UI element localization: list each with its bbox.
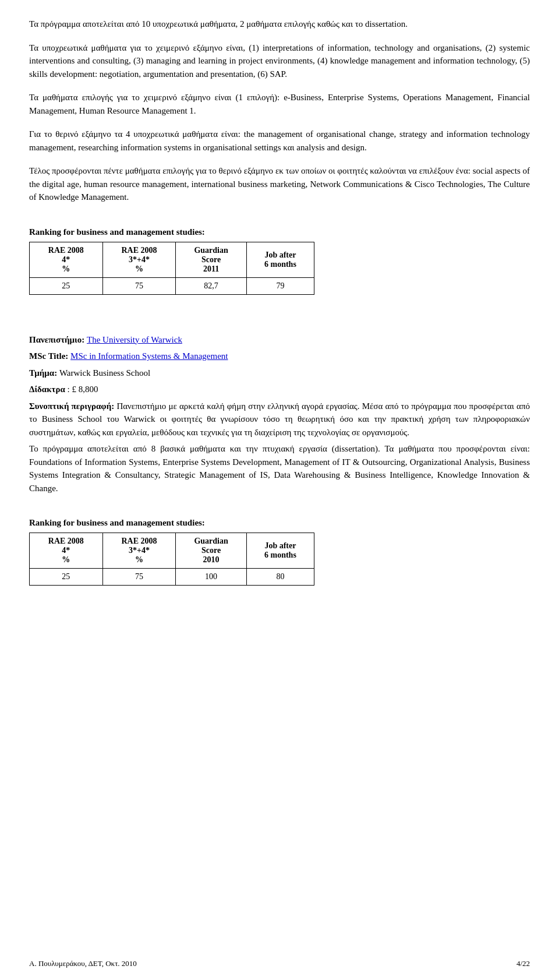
synoptiki-line: Συνοπτική περιγραφή: Πανεπιστήμιο με αρκ…: [29, 400, 530, 439]
ranking1-data-row: 25 75 82,7 79: [30, 277, 314, 294]
ranking1-table: RAE 20084*% RAE 20083*+4*% GuardianScore…: [29, 242, 314, 295]
ranking2-col1-header: RAE 20084*%: [30, 533, 103, 569]
msc-label: MSc Title:: [29, 351, 68, 361]
university-section: Πανεπιστήμιο: The University of Warwick …: [29, 333, 530, 495]
intro-para5: Τέλος προσφέρονται πέντε μαθήματα επιλογ…: [29, 164, 530, 204]
ranking2-col3-header: GuardianScore2010: [176, 533, 247, 569]
ranking1-col2-header: RAE 20083*+4*%: [102, 242, 176, 277]
msc-name-link[interactable]: MSc in Information Systems & Management: [70, 351, 228, 361]
didaktra-val: £ 8,800: [72, 385, 98, 394]
ranking1-header-row: RAE 20084*% RAE 20083*+4*% GuardianScore…: [30, 242, 314, 277]
ranking1-guardian-val: 82,7: [176, 277, 247, 294]
uni-name-link[interactable]: The University of Warwick: [87, 335, 182, 344]
university-name-line: Πανεπιστήμιο: The University of Warwick: [29, 333, 530, 347]
ranking2-rae34-val: 75: [102, 569, 176, 586]
program-text: Το πρόγραμμα αποτελείται από 8 βασικά μα…: [29, 442, 530, 495]
ranking2-header-row: RAE 20084*% RAE 20083*+4*% GuardianScore…: [30, 533, 314, 569]
tmima-val: Warwick Business School: [59, 368, 150, 378]
ranking2-table: RAE 20084*% RAE 20083*+4*% GuardianScore…: [29, 533, 314, 586]
intro-para3: Τα μαθήματα επιλογής για το χειμερινό εξ…: [29, 91, 530, 117]
ranking1-title: Ranking for business and management stud…: [29, 227, 530, 237]
footer: Α. Πουλυμεράκου, ΔΕΤ, Οκτ. 2010 4/22: [29, 959, 530, 968]
synoptiki-label: Συνοπτική περιγραφή:: [29, 401, 114, 411]
tmima-line: Τμήμα: Warwick Business School: [29, 366, 530, 380]
ranking2-rae4-val: 25: [30, 569, 103, 586]
didaktra-label: Δίδακτρα: [29, 385, 65, 394]
ranking1-col4-header: Job after6 months: [246, 242, 314, 277]
ranking2-col4-header: Job after6 months: [246, 533, 314, 569]
ranking1-job-val: 79: [246, 277, 314, 294]
ranking2-data-row: 25 75 100 80: [30, 569, 314, 586]
footer-right: 4/22: [516, 959, 530, 968]
intro-para1: Τα πρόγραμμα αποτελείται από 10 υποχρεωτ…: [29, 17, 530, 31]
ranking1-col1-header: RAE 20084*%: [30, 242, 103, 277]
msc-title-line: MSc Title: MSc in Information Systems & …: [29, 350, 530, 363]
ranking2-guardian-val: 100: [176, 569, 247, 586]
ranking2-title: Ranking for business and management stud…: [29, 518, 530, 528]
ranking-section-1: Ranking for business and management stud…: [29, 227, 530, 295]
uni-label: Πανεπιστήμιο:: [29, 335, 84, 344]
didaktra-line: Δίδακτρα : £ 8,800: [29, 383, 530, 396]
footer-left: Α. Πουλυμεράκου, ΔΕΤ, Οκτ. 2010: [29, 959, 137, 968]
didaktra-colon: :: [68, 385, 72, 394]
ranking2-job-val: 80: [246, 569, 314, 586]
ranking-section-2: Ranking for business and management stud…: [29, 518, 530, 586]
ranking1-rae4-val: 25: [30, 277, 103, 294]
intro-para4: Για το θερινό εξάμηνο τα 4 υποχρεωτικά μ…: [29, 128, 530, 154]
tmima-label: Τμήμα:: [29, 368, 57, 378]
intro-para2: Τα υποχρεωτικά μαθήματα για το χειμερινό…: [29, 41, 530, 81]
ranking2-col2-header: RAE 20083*+4*%: [102, 533, 176, 569]
ranking1-col3-header: GuardianScore2011: [176, 242, 247, 277]
ranking1-rae34-val: 75: [102, 277, 176, 294]
